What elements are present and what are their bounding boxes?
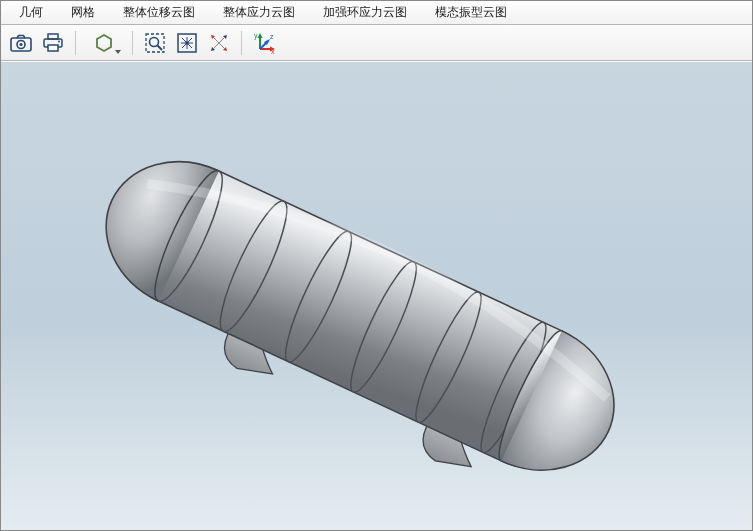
svg-point-2 [19, 42, 22, 45]
toolbar-separator [75, 31, 76, 55]
menu-displacement-contour[interactable]: 整体位移云图 [109, 0, 209, 25]
screenshot-button[interactable] [7, 29, 35, 57]
zoom-window-button[interactable] [141, 29, 169, 57]
svg-line-10 [158, 45, 163, 50]
svg-point-26 [276, 226, 362, 368]
svg-text:z: z [270, 33, 274, 40]
toolbar-separator [241, 31, 242, 55]
svg-point-28 [406, 287, 490, 428]
svg-point-25 [210, 195, 298, 338]
zoom-fit-icon [176, 32, 198, 54]
svg-text:y: y [254, 32, 258, 40]
axis-triad-icon: x y z [252, 31, 276, 55]
hexagon-icon [94, 33, 114, 53]
svg-point-29 [472, 317, 555, 457]
toolbar-separator [132, 31, 133, 55]
menu-ring-stress-contour[interactable]: 加强环应力云图 [309, 0, 421, 25]
menu-mesh[interactable]: 网格 [57, 0, 109, 25]
toolbar: x y z [1, 25, 752, 61]
menu-stress-contour[interactable]: 整体应力云图 [209, 0, 309, 25]
chevron-down-icon [115, 50, 121, 54]
print-button[interactable] [39, 29, 67, 57]
svg-marker-7 [97, 35, 111, 51]
3d-viewport[interactable] [1, 61, 752, 530]
pan-button[interactable] [205, 29, 233, 57]
display-mode-button[interactable] [84, 29, 124, 57]
print-icon [42, 33, 64, 53]
zoom-fit-button[interactable] [173, 29, 201, 57]
pan-arrows-icon [208, 32, 230, 54]
zoom-window-icon [144, 32, 166, 54]
svg-point-12 [185, 41, 189, 45]
app-window: 几何 网格 整体位移云图 整体应力云图 加强环应力云图 模态振型云图 [0, 0, 753, 531]
svg-point-9 [150, 37, 159, 46]
svg-rect-5 [48, 45, 58, 51]
model-pressure-vessel [1, 62, 752, 530]
svg-text:x: x [271, 48, 275, 55]
menu-bar: 几何 网格 整体位移云图 整体应力云图 加强环应力云图 模态振型云图 [1, 1, 752, 25]
svg-point-27 [341, 256, 426, 397]
camera-icon [10, 34, 32, 52]
svg-marker-16 [258, 33, 263, 38]
menu-modal-shape-contour[interactable]: 模态振型云图 [421, 0, 521, 25]
svg-point-30 [490, 326, 573, 466]
menu-geometry[interactable]: 几何 [5, 0, 57, 25]
svg-point-6 [58, 40, 60, 42]
axis-triad-button[interactable]: x y z [250, 29, 278, 57]
svg-point-24 [144, 164, 233, 307]
